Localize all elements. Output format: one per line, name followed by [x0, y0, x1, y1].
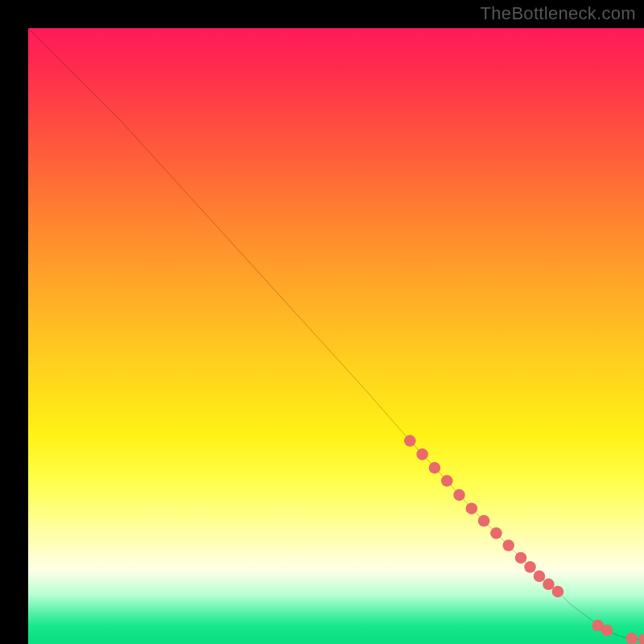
data-marker	[416, 448, 428, 460]
data-marker	[625, 633, 638, 644]
marker-series	[404, 435, 644, 644]
data-marker	[502, 539, 514, 551]
plot-area	[28, 28, 644, 644]
data-marker	[478, 515, 490, 527]
data-marker	[524, 561, 536, 573]
data-marker	[534, 571, 546, 583]
curve-path	[28, 28, 644, 640]
data-marker	[638, 634, 644, 644]
watermark-text: TheBottleneck.com	[481, 3, 636, 24]
data-marker	[429, 462, 441, 474]
chart-overlay-svg	[28, 28, 644, 644]
data-marker	[552, 586, 564, 598]
data-marker	[515, 552, 527, 564]
data-marker	[601, 625, 613, 637]
line-series	[28, 28, 644, 640]
chart-frame: TheBottleneck.com	[0, 0, 644, 644]
data-marker	[466, 502, 478, 514]
data-marker	[453, 489, 465, 502]
data-marker	[404, 435, 416, 447]
data-marker	[543, 579, 555, 591]
data-marker	[441, 475, 453, 487]
data-marker	[490, 527, 502, 539]
